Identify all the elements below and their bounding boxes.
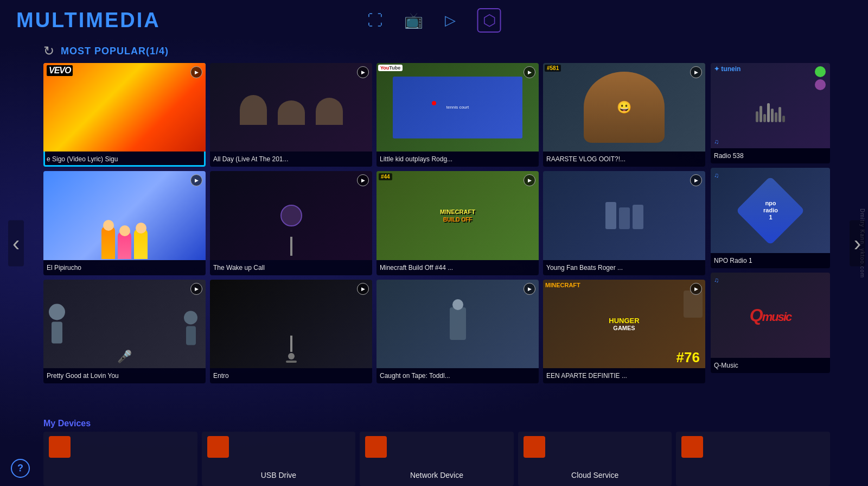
num-badge-4: #581 <box>545 65 561 72</box>
radio-card-538[interactable]: ✦ tunein <box>711 63 830 163</box>
my-devices-title: My Devices <box>43 419 830 428</box>
video-thumbnail-2: ▶ <box>210 63 372 152</box>
help-button[interactable]: ? <box>11 459 30 478</box>
video-thumbnail-8: ▶ <box>543 171 705 260</box>
nav-prev-button[interactable]: ‹ <box>8 220 24 266</box>
video-thumbnail-5: ▶ <box>43 171 206 260</box>
play-button-4[interactable]: ▶ <box>690 66 702 78</box>
device-icon-usb <box>207 436 229 458</box>
video-thumbnail-11: ▶ <box>376 280 539 368</box>
video-card-2[interactable]: ▶ All Day (Live At The 201... <box>210 63 372 167</box>
play-button-2[interactable]: ▶ <box>357 66 369 78</box>
video-card-3[interactable]: tennis court YouTube ▶ Little kid outpla… <box>376 63 539 167</box>
video-grid: VEVO ▶ e Sigo (Video Lyric) Sigu <box>43 63 705 383</box>
video-thumbnail-1: VEVO ▶ <box>43 63 206 152</box>
play-button-12[interactable]: ▶ <box>690 283 702 295</box>
video-thumbnail-10: ▶ <box>210 280 372 368</box>
video-title-4: RAARSTE VLOG OOIT?!... <box>543 152 705 167</box>
radio-qmusic-label: Q-Music <box>711 358 830 373</box>
video-title-3: Little kid outplays Rodg... <box>376 152 539 167</box>
device-label-cloud: Cloud Service <box>518 471 672 482</box>
video-card-8[interactable]: ▶ Young Fan Beats Roger ... <box>543 171 705 275</box>
device-card-1[interactable] <box>43 432 197 486</box>
npo-diamond-shape: nporadio1 <box>736 176 805 245</box>
video-title-11: Caught on Tape: Toddl... <box>376 368 539 383</box>
device-label-usb: USB Drive <box>202 471 356 482</box>
radio-column: ✦ tunein <box>711 63 830 383</box>
radio-npo-label: NPO Radio 1 <box>711 253 830 268</box>
video-card-9[interactable]: 🎤 ▶ Pretty Good at Lovin You <box>43 280 206 383</box>
device-card-usb[interactable]: USB Drive <box>202 432 356 486</box>
video-title-2: All Day (Live At The 201... <box>210 152 372 167</box>
video-card-11[interactable]: ▶ Caught on Tape: Toddl... <box>376 280 539 383</box>
video-title-1: e Sigo (Video Lyric) Sigu <box>43 152 206 167</box>
play-button-11[interactable]: ▶ <box>524 283 535 295</box>
waveform <box>756 100 785 122</box>
video-thumbnail-12: MINECRAFT HUNGER GAMES #76 ▶ <box>543 280 705 368</box>
content-grid: VEVO ▶ e Sigo (Video Lyric) Sigu <box>43 63 830 383</box>
video-card-4[interactable]: 😀 #581 ▶ RAARSTE VLOG OOIT?!... <box>543 63 705 167</box>
device-icon-5 <box>681 436 703 458</box>
music-note-538: ♫ <box>714 136 719 146</box>
video-title-9: Pretty Good at Lovin You <box>43 368 206 383</box>
radio-card-npo[interactable]: ♫ nporadio1 NPO Radio 1 <box>711 168 830 268</box>
refresh-icon[interactable]: ↻ <box>43 43 54 59</box>
video-thumbnail-4: 😀 #581 ▶ <box>543 63 705 152</box>
video-card-1[interactable]: VEVO ▶ e Sigo (Video Lyric) Sigu <box>43 63 206 167</box>
video-card-12[interactable]: MINECRAFT HUNGER GAMES #76 ▶ EEN APARTE … <box>543 280 705 383</box>
video-thumbnail-3: tennis court YouTube ▶ <box>376 63 539 152</box>
music-note-npo: ♫ <box>714 170 719 180</box>
video-card-5[interactable]: ▶ El Pipirucho <box>43 171 206 275</box>
nav-next-button[interactable]: › <box>850 220 865 266</box>
video-title-7: Minecraft Build Off #44 ... <box>376 260 539 275</box>
main-content: ↻ MOST POPULAR(1/4) VEVO ▶ e Sigo (Video… <box>0 41 868 486</box>
radio-qmusic-visual: ♫ Qmusic <box>711 273 830 358</box>
devices-grid: USB Drive Network Device Cloud Service <box>43 432 830 486</box>
video-title-5: El Pipirucho <box>43 260 206 275</box>
section-header: ↻ MOST POPULAR(1/4) <box>43 41 830 59</box>
music-note-qmusic: ♫ <box>714 275 719 285</box>
device-icon-1 <box>49 436 71 458</box>
video-title-6: The Wake up Call <box>210 260 372 275</box>
video-title-8: Young Fan Beats Roger ... <box>543 260 705 275</box>
play-button-10[interactable]: ▶ <box>357 283 369 295</box>
section-title: MOST POPULAR(1/4) <box>61 46 169 57</box>
video-thumbnail-6: ▶ <box>210 171 372 260</box>
qmusic-logo-text: Qmusic <box>750 305 791 325</box>
vevo-logo: VEVO <box>47 65 73 76</box>
app-title: MULTIMEDIA <box>16 9 161 32</box>
radio-538-label: Radio 538 <box>711 148 830 163</box>
radio-npo-visual: ♫ nporadio1 <box>711 168 830 253</box>
device-card-network[interactable]: Network Device <box>360 432 514 486</box>
video-card-6[interactable]: ▶ The Wake up Call <box>210 171 372 275</box>
top-navigation: MULTIMEDIA ⛶ 📺 ▷ ⬡ <box>0 0 868 41</box>
video-thumbnail-9: 🎤 ▶ <box>43 280 206 368</box>
video-title-10: Entro <box>210 368 372 383</box>
device-card-cloud[interactable]: Cloud Service <box>518 432 672 486</box>
my-devices-section: My Devices USB Drive Network Device Clou… <box>43 419 830 486</box>
video-thumbnail-7: MINECRAFTBUILD OFF #44 ▶ <box>376 171 539 260</box>
screen-icon[interactable]: ⛶ <box>367 11 382 29</box>
device-label-network: Network Device <box>360 471 514 482</box>
tv-icon[interactable]: 📺 <box>404 11 423 29</box>
device-card-5[interactable] <box>676 432 830 486</box>
video-card-10[interactable]: ▶ Entro <box>210 280 372 383</box>
video-title-12: EEN APARTE DEFINITIE ... <box>543 368 705 383</box>
radio-color-dots <box>815 66 826 90</box>
play-button-9[interactable]: ▶ <box>190 283 202 295</box>
play-button-1[interactable]: ▶ <box>190 66 202 78</box>
youtube-badge-3: YouTube <box>378 65 403 71</box>
video-card-7[interactable]: MINECRAFTBUILD OFF #44 ▶ Minecraft Build… <box>376 171 539 275</box>
play-icon[interactable]: ▷ <box>445 12 456 29</box>
device-icon-cloud <box>524 436 545 458</box>
tunein-logo: ✦ tunein <box>714 65 741 73</box>
nav-icons: ⛶ 📺 ▷ ⬡ <box>367 8 501 33</box>
device-icon-network <box>365 436 387 458</box>
radio-card-qmusic[interactable]: ♫ Qmusic Q-Music <box>711 273 830 373</box>
play-button-3[interactable]: ▶ <box>524 66 535 78</box>
media-icon[interactable]: ⬡ <box>477 8 501 33</box>
radio-538-visual: ✦ tunein <box>711 63 830 148</box>
